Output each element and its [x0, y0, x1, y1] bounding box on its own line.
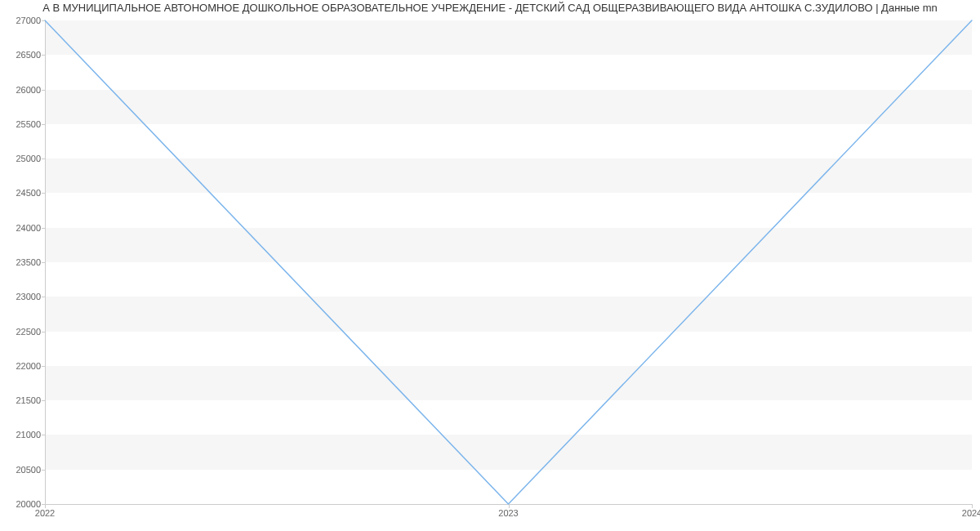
y-tick-mark — [42, 332, 45, 332]
x-tick-label: 2023 — [498, 508, 518, 518]
y-tick-mark — [42, 158, 45, 159]
x-tick-mark — [45, 504, 46, 508]
y-tick-label: 23500 — [4, 257, 41, 267]
x-tick-mark — [972, 504, 973, 508]
chart-container: А В МУНИЦИПАЛЬНОЕ АВТОНОМНОЕ ДОШКОЛЬНОЕ … — [0, 0, 980, 531]
y-tick-mark — [42, 124, 45, 125]
y-tick-label: 25500 — [4, 119, 41, 129]
y-tick-label: 27000 — [4, 16, 41, 25]
x-tick-mark — [509, 504, 510, 508]
y-tick-label: 20500 — [4, 465, 41, 475]
y-tick-mark — [42, 20, 45, 21]
y-tick-label: 25000 — [4, 154, 41, 163]
chart-title: А В МУНИЦИПАЛЬНОЕ АВТОНОМНОЕ ДОШКОЛЬНОЕ … — [0, 2, 980, 14]
y-tick-label: 26000 — [4, 85, 41, 95]
y-tick-label: 23000 — [4, 292, 41, 301]
y-tick-mark — [42, 262, 45, 263]
y-tick-label: 26500 — [4, 50, 41, 60]
y-tick-label: 24000 — [4, 223, 41, 233]
y-tick-mark — [42, 435, 45, 435]
y-tick-label: 24500 — [4, 188, 41, 198]
y-tick-mark — [42, 366, 45, 367]
y-tick-label: 22000 — [4, 361, 41, 371]
y-tick-mark — [42, 400, 45, 401]
y-tick-label: 22500 — [4, 327, 41, 337]
y-tick-mark — [42, 193, 45, 194]
y-tick-label: 21500 — [4, 395, 41, 405]
y-tick-mark — [42, 470, 45, 471]
y-tick-label: 21000 — [4, 430, 41, 440]
y-tick-mark — [42, 297, 45, 297]
y-tick-mark — [42, 228, 45, 229]
x-tick-label: 2022 — [35, 508, 55, 518]
x-tick-label: 2024 — [962, 508, 980, 518]
y-tick-mark — [42, 55, 45, 56]
y-tick-mark — [42, 90, 45, 91]
line-series — [45, 20, 972, 504]
